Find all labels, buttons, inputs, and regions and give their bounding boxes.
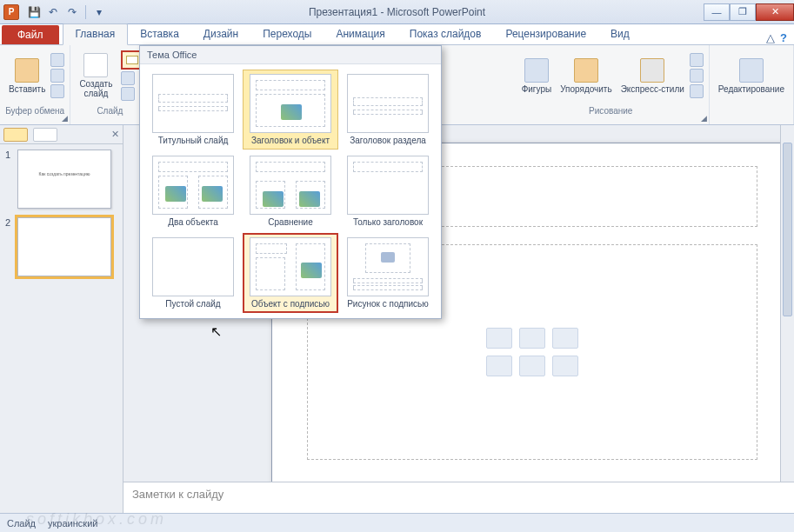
tab-file[interactable]: Файл	[2, 25, 59, 44]
quick-styles-label: Экспресс-стили	[621, 84, 684, 94]
layout-two-content[interactable]: Два объекта	[145, 151, 241, 231]
editing-label: Редактирование	[718, 84, 784, 94]
gallery-grid: Титульный слайд Заголовок и объект Загол…	[140, 64, 441, 318]
thumb-number: 1	[5, 150, 14, 209]
shape-outline-icon[interactable]	[690, 69, 704, 83]
shape-fill-icon[interactable]	[690, 53, 704, 67]
layout-title-slide[interactable]: Титульный слайд	[145, 70, 241, 150]
window-title: Презентация1 - Microsoft PowerPoint	[0, 6, 794, 18]
layout-content-caption[interactable]: Объект с подписью	[243, 233, 338, 313]
cursor-icon: ↖	[210, 323, 222, 340]
format-painter-icon[interactable]	[50, 84, 64, 98]
tab-animation[interactable]: Анимация	[324, 24, 397, 44]
group-slides: Создать слайд Слайд	[70, 45, 146, 124]
find-button[interactable]: Редактирование	[715, 47, 788, 104]
statusbar: Слайд украинский	[0, 513, 794, 532]
layout-section-header[interactable]: Заголовок раздела	[340, 70, 436, 150]
section-icon[interactable]	[121, 87, 135, 101]
group-editing: Редактирование	[710, 45, 794, 124]
panel-tabs: ✕	[0, 125, 123, 144]
group-label-clipboard: Буфер обмена	[5, 104, 64, 117]
clipart-icon[interactable]	[519, 356, 545, 376]
slides-tab[interactable]	[3, 128, 28, 142]
group-label-slides: Слайд	[97, 104, 123, 117]
layout-gallery: Тема Office Титульный слайд Заголовок и …	[139, 45, 442, 319]
thumb-row[interactable]: 1 Как создать презентацию	[5, 150, 117, 209]
thumbnails: 1 Как создать презентацию 2	[0, 144, 123, 290]
arrange-icon	[574, 58, 598, 83]
layout-comparison[interactable]: Сравнение	[243, 151, 338, 231]
new-slide-label: Создать слайд	[79, 79, 112, 98]
media-icon[interactable]	[552, 356, 578, 376]
layout-picture-caption[interactable]: Рисунок с подписью	[340, 233, 436, 313]
table-icon[interactable]	[486, 328, 512, 349]
group-drawing: Фигуры Упорядочить Экспресс-стили Рисова…	[513, 45, 710, 124]
shape-effects-icon[interactable]	[690, 84, 704, 98]
copy-icon[interactable]	[50, 69, 64, 83]
paste-label: Вставить	[9, 84, 45, 94]
panel-close-icon[interactable]: ✕	[111, 129, 119, 140]
ribbon-tabs: Файл Главная Вставка Дизайн Переходы Ани…	[0, 24, 794, 45]
gallery-header: Тема Office	[140, 46, 441, 64]
slide-panel: ✕ 1 Как создать презентацию 2	[0, 125, 123, 513]
outline-tab[interactable]	[33, 128, 57, 142]
vertical-scrollbar[interactable]	[780, 125, 794, 482]
tab-design[interactable]: Дизайн	[191, 24, 250, 44]
tab-slideshow[interactable]: Показ слайдов	[397, 24, 494, 44]
tab-insert[interactable]: Вставка	[128, 24, 191, 44]
dialog-launcher-icon[interactable]: ◢	[62, 114, 68, 123]
find-icon	[739, 58, 764, 83]
slide-thumbnail-1[interactable]: Как создать презентацию	[17, 150, 111, 209]
titlebar: P 💾 ↶ ↷ ▾ Презентация1 - Microsoft Power…	[0, 0, 794, 24]
shapes-label: Фигуры	[522, 84, 551, 94]
arrange-button[interactable]: Упорядочить	[557, 47, 616, 104]
content-icons	[486, 328, 578, 376]
shapes-icon	[524, 58, 549, 83]
chart-icon[interactable]	[519, 328, 545, 349]
tab-home[interactable]: Главная	[63, 23, 129, 45]
new-slide-button[interactable]: Создать слайд	[76, 47, 116, 104]
slide-thumbnail-2[interactable]	[17, 217, 111, 276]
picture-icon[interactable]	[486, 356, 512, 376]
arrange-label: Упорядочить	[560, 84, 612, 94]
cut-icon[interactable]	[50, 53, 64, 67]
quick-styles-button[interactable]: Экспресс-стили	[617, 47, 688, 104]
quick-styles-icon	[640, 58, 664, 83]
help-icon[interactable]: ?	[780, 31, 787, 44]
status-lang[interactable]: украинский	[48, 518, 97, 529]
tab-view[interactable]: Вид	[598, 24, 642, 44]
tab-review[interactable]: Рецензирование	[493, 24, 598, 44]
paste-button[interactable]: Вставить	[5, 47, 49, 104]
thumb-number: 2	[5, 217, 14, 276]
layout-icon	[126, 56, 138, 64]
scrollbar-thumb[interactable]	[783, 143, 792, 316]
tab-transitions[interactable]: Переходы	[250, 24, 324, 44]
layout-title-content[interactable]: Заголовок и объект	[243, 70, 338, 150]
shapes-button[interactable]: Фигуры	[518, 47, 555, 104]
thumb-row[interactable]: 2	[5, 217, 117, 276]
status-slide: Слайд	[7, 518, 36, 529]
layout-title-only[interactable]: Только заголовок	[340, 151, 436, 231]
new-slide-icon	[83, 53, 108, 77]
layout-blank[interactable]: Пустой слайд	[145, 233, 241, 313]
dialog-launcher-icon[interactable]: ◢	[701, 114, 707, 123]
group-label-drawing: Рисование	[589, 104, 632, 117]
reset-icon[interactable]	[121, 71, 135, 85]
smartart-icon[interactable]	[552, 328, 578, 349]
notes-pane[interactable]: Заметки к слайду	[123, 482, 794, 513]
group-clipboard: Вставить Буфер обмена ◢	[0, 45, 70, 124]
paste-icon	[15, 58, 39, 83]
minimize-ribbon-icon[interactable]: △	[766, 31, 775, 44]
